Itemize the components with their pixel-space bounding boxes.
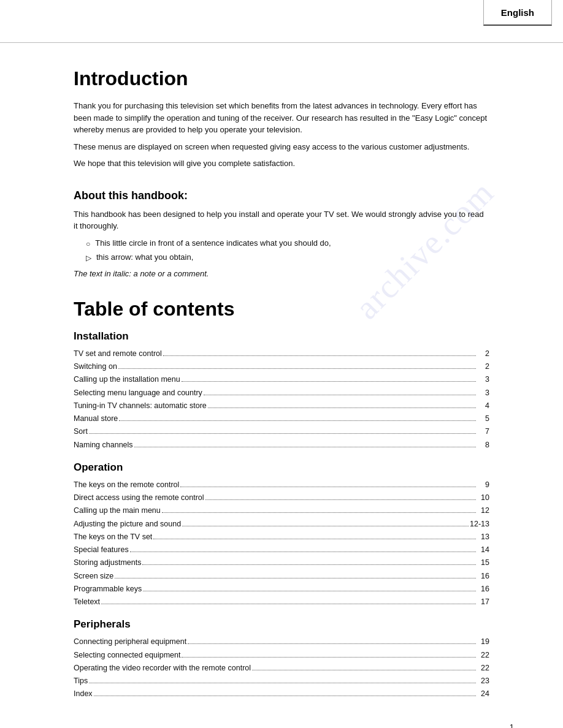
- toc-entry-2: Switching on 2: [74, 360, 489, 373]
- handbook-body: This handbook has been designed to help …: [74, 208, 489, 232]
- language-tab: English: [483, 0, 552, 26]
- toc-op-entry-10: Teletext 17: [74, 596, 489, 609]
- toc-section: Table of contents Installation TV set an…: [74, 298, 489, 701]
- arrow-icon: ▷: [86, 252, 91, 264]
- toc-peripherals-group: Peripherals Connecting peripheral equipm…: [74, 618, 489, 700]
- bullet-text-circle: This little circle in front of a sentenc…: [95, 237, 331, 250]
- introduction-section: Introduction Thank you for purchasing th…: [74, 67, 489, 170]
- toc-entry-7: Sort 7: [74, 425, 489, 438]
- toc-per-entry-5: Index 24: [74, 688, 489, 700]
- circle-icon: ○: [86, 238, 90, 250]
- toc-op-entry-5: The keys on the TV set 13: [74, 531, 489, 544]
- toc-per-entry-2: Selecting connected equipment 22: [74, 649, 489, 662]
- introduction-title: Introduction: [74, 67, 489, 90]
- toc-entry-5: Tuning-in TV channels: automatic store 4: [74, 400, 489, 412]
- toc-op-entry-7: Storing adjustments 15: [74, 556, 489, 569]
- content-area: Introduction Thank you for purchasing th…: [0, 43, 563, 728]
- toc-operation-heading: Operation: [74, 461, 489, 474]
- introduction-para-1: Thank you for purchasing this television…: [74, 100, 489, 136]
- toc-op-entry-8: Screen size 16: [74, 570, 489, 583]
- page-number: 1: [510, 722, 514, 728]
- toc-op-entry-2: Direct access using the remote control 1…: [74, 491, 489, 504]
- toc-entry-8: Naming channels 8: [74, 439, 489, 452]
- introduction-para-3: We hope that this television will give y…: [74, 157, 489, 170]
- handbook-section: About this handbook: This handbook has b…: [74, 189, 489, 278]
- page: English archive.com Introduction Thank y…: [0, 0, 563, 728]
- header-area: English: [0, 0, 563, 43]
- bullet-item-arrow: ▷ this arrow: what you obtain,: [86, 251, 489, 264]
- toc-op-entry-3: Calling up the main menu 12: [74, 504, 489, 517]
- language-label: English: [501, 7, 534, 18]
- toc-operation-group: Operation The keys on the remote control…: [74, 461, 489, 609]
- toc-entry-1: TV set and remote control 2: [74, 347, 489, 360]
- bullet-text-arrow: this arrow: what you obtain,: [96, 251, 193, 264]
- toc-peripherals-heading: Peripherals: [74, 618, 489, 631]
- toc-entry-3: Calling up the installation menu 3: [74, 373, 489, 386]
- toc-per-entry-1: Connecting peripheral equipment 19: [74, 635, 489, 648]
- toc-title: Table of contents: [74, 298, 489, 320]
- introduction-para-2: These menus are displayed on screen when…: [74, 141, 489, 153]
- toc-op-entry-9: Programmable keys 16: [74, 583, 489, 596]
- handbook-title: About this handbook:: [74, 189, 489, 202]
- toc-op-entry-4: Adjusting the picture and sound 12-13: [74, 518, 489, 531]
- bullet-list: ○ This little circle in front of a sente…: [86, 237, 489, 264]
- toc-per-entry-4: Tips 23: [74, 675, 489, 688]
- toc-per-entry-3: Operating the video recorder with the re…: [74, 662, 489, 675]
- toc-installation-heading: Installation: [74, 330, 489, 343]
- handbook-note: The text in italic: a note or a comment.: [74, 269, 489, 278]
- toc-installation-group: Installation TV set and remote control 2…: [74, 330, 489, 452]
- bullet-item-circle: ○ This little circle in front of a sente…: [86, 237, 489, 250]
- toc-entry-4: Selecting menu language and country 3: [74, 387, 489, 400]
- toc-op-entry-1: The keys on the remote control 9: [74, 479, 489, 491]
- toc-entry-6: Manual store 5: [74, 412, 489, 425]
- toc-op-entry-6: Special features 14: [74, 544, 489, 556]
